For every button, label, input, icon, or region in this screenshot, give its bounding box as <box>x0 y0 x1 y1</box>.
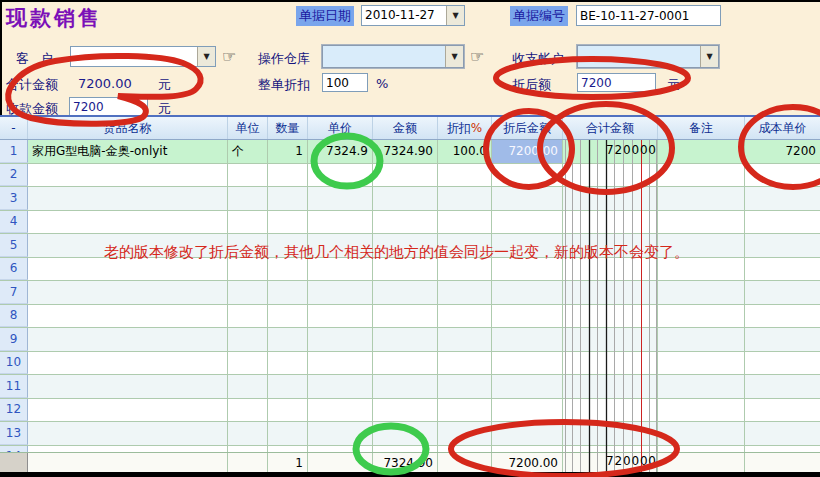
cell-qty-row3[interactable] <box>268 187 308 210</box>
cell-qty-row11[interactable] <box>268 375 308 398</box>
row-number[interactable]: 4 <box>0 211 28 234</box>
row-number[interactable]: 13 <box>0 422 28 445</box>
cell-amount-row12[interactable] <box>373 399 438 422</box>
cell-after-row3[interactable] <box>492 187 563 210</box>
cell-price-row13[interactable] <box>308 422 373 445</box>
cell-after-row13[interactable] <box>492 422 563 445</box>
pointing-hand-icon[interactable]: ☞ <box>470 49 484 65</box>
table-row[interactable]: 11 <box>0 375 820 399</box>
cell-cost-row3[interactable] <box>745 187 820 210</box>
cell-price-row9[interactable] <box>308 328 373 351</box>
cell-after-row11[interactable] <box>492 375 563 398</box>
cell-discount-row12[interactable] <box>438 399 492 422</box>
cell-cost-row6[interactable] <box>745 258 820 281</box>
table-row[interactable]: 9 <box>0 328 820 352</box>
cell-name-row4[interactable] <box>28 211 228 234</box>
cell-total-row2[interactable] <box>563 164 658 187</box>
cell-discount-row13[interactable] <box>438 422 492 445</box>
cell-unit-row1[interactable]: 个 <box>228 140 268 163</box>
cell-qty-row7[interactable] <box>268 281 308 304</box>
cell-discount-row9[interactable] <box>438 328 492 351</box>
cell-price-row2[interactable] <box>308 164 373 187</box>
cell-unit-row11[interactable] <box>228 375 268 398</box>
cell-after-row12[interactable] <box>492 399 563 422</box>
cell-total-row8[interactable] <box>563 305 658 328</box>
doc-date-combo[interactable]: 2010-11-27 ▼ <box>361 5 465 26</box>
cell-name-row8[interactable] <box>28 305 228 328</box>
cell-unit-row13[interactable] <box>228 422 268 445</box>
table-row[interactable]: 2 <box>0 164 820 188</box>
cell-name-row1[interactable]: 家用G型电脑-金奥-onlyit <box>28 140 228 163</box>
chevron-down-icon[interactable]: ▼ <box>445 46 463 67</box>
cell-total-row12[interactable] <box>563 399 658 422</box>
cell-after-row4[interactable] <box>492 211 563 234</box>
cell-cost-row12[interactable] <box>745 399 820 422</box>
cell-qty-row9[interactable] <box>268 328 308 351</box>
cell-name-row12[interactable] <box>28 399 228 422</box>
cell-discount-row3[interactable] <box>438 187 492 210</box>
cell-unit-row8[interactable] <box>228 305 268 328</box>
table-row[interactable]: 3 <box>0 187 820 211</box>
cell-unit-row9[interactable] <box>228 328 268 351</box>
cell-cost-row5[interactable] <box>745 234 820 257</box>
cell-price-row3[interactable] <box>308 187 373 210</box>
cell-price-row8[interactable] <box>308 305 373 328</box>
cell-remark-row1[interactable] <box>658 140 745 163</box>
cell-qty-row12[interactable] <box>268 399 308 422</box>
customer-combo[interactable]: ▼ <box>70 46 216 67</box>
cell-total-row10[interactable] <box>563 352 658 375</box>
chevron-down-icon[interactable]: ▼ <box>700 46 718 67</box>
cell-remark-row8[interactable] <box>658 305 745 328</box>
pointing-hand-icon[interactable]: ☞ <box>222 49 236 65</box>
cell-amount-row8[interactable] <box>373 305 438 328</box>
cell-discount-row8[interactable] <box>438 305 492 328</box>
table-row[interactable]: 4 <box>0 211 820 235</box>
row-number[interactable]: 2 <box>0 164 28 187</box>
cell-cost-row4[interactable] <box>745 211 820 234</box>
cell-unit-row7[interactable] <box>228 281 268 304</box>
row-number[interactable]: 12 <box>0 399 28 422</box>
row-number[interactable]: 5 <box>0 234 28 257</box>
account-combo[interactable]: ▼ <box>577 45 719 68</box>
cell-unit-row4[interactable] <box>228 211 268 234</box>
doc-no-input[interactable] <box>576 5 721 26</box>
cell-qty-row13[interactable] <box>268 422 308 445</box>
cell-amount-row3[interactable] <box>373 187 438 210</box>
cell-name-row11[interactable] <box>28 375 228 398</box>
cell-cost-row13[interactable] <box>745 422 820 445</box>
cell-name-row9[interactable] <box>28 328 228 351</box>
cell-cost-row7[interactable] <box>745 281 820 304</box>
cell-price-row4[interactable] <box>308 211 373 234</box>
cell-qty-row10[interactable] <box>268 352 308 375</box>
cell-name-row3[interactable] <box>28 187 228 210</box>
row-number[interactable]: 11 <box>0 375 28 398</box>
cell-total-row9[interactable] <box>563 328 658 351</box>
cell-name-row13[interactable] <box>28 422 228 445</box>
cell-name-row2[interactable] <box>28 164 228 187</box>
discounted-amount-input[interactable] <box>577 73 656 92</box>
cell-discount-row10[interactable] <box>438 352 492 375</box>
cell-after-row10[interactable] <box>492 352 563 375</box>
cell-cost-row1[interactable]: 7200 <box>745 140 820 163</box>
cell-unit-row10[interactable] <box>228 352 268 375</box>
cell-total-row7[interactable] <box>563 281 658 304</box>
cell-remark-row11[interactable] <box>658 375 745 398</box>
cell-price-row12[interactable] <box>308 399 373 422</box>
cell-amount-row2[interactable] <box>373 164 438 187</box>
row-number[interactable]: 3 <box>0 187 28 210</box>
cell-total-row11[interactable] <box>563 375 658 398</box>
cell-cost-row9[interactable] <box>745 328 820 351</box>
cell-qty-row8[interactable] <box>268 305 308 328</box>
cell-price-row1[interactable]: 7324.9 <box>308 140 373 163</box>
cell-cost-row8[interactable] <box>745 305 820 328</box>
cell-remark-row4[interactable] <box>658 211 745 234</box>
cell-total-row13[interactable] <box>563 422 658 445</box>
cell-remark-row2[interactable] <box>658 164 745 187</box>
row-number[interactable]: 8 <box>0 305 28 328</box>
cell-remark-row10[interactable] <box>658 352 745 375</box>
cell-discount-row7[interactable] <box>438 281 492 304</box>
cell-total-row4[interactable] <box>563 211 658 234</box>
cell-cost-row2[interactable] <box>745 164 820 187</box>
cell-amount-row9[interactable] <box>373 328 438 351</box>
cell-remark-row9[interactable] <box>658 328 745 351</box>
